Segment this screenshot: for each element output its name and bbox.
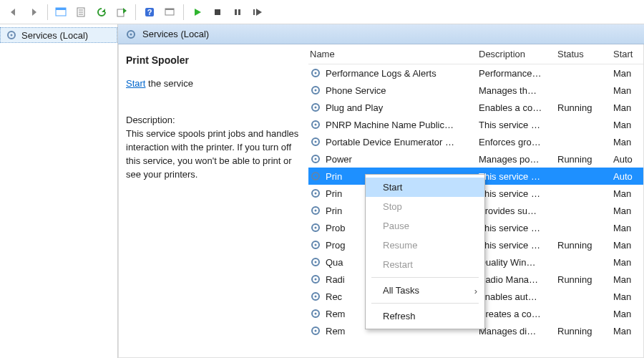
description-label: Description: <box>126 114 301 127</box>
service-name-text: Prin <box>326 205 342 216</box>
cell-startup: Man <box>613 205 643 216</box>
forward-button[interactable] <box>24 3 43 21</box>
cell-description: Manages di… <box>479 326 557 337</box>
cell-description: This service … <box>479 120 557 130</box>
play-button[interactable] <box>188 3 207 21</box>
svg-point-30 <box>315 158 317 160</box>
service-detail: Print Spooler Start the service Descript… <box>119 44 308 357</box>
svg-point-22 <box>315 90 317 92</box>
cell-status: Running <box>557 240 613 251</box>
cell-startup: Man <box>613 274 643 285</box>
service-name-text: Phone Service <box>326 85 386 96</box>
nav-tree: Services (Local) <box>0 24 118 358</box>
cell-description: Provides su… <box>479 205 557 216</box>
svg-rect-10 <box>165 9 174 10</box>
cell-description: Creates a co… <box>479 309 557 319</box>
svg-rect-12 <box>235 9 237 15</box>
cell-startup: Auto <box>613 171 643 182</box>
cell-description: Enables a co… <box>479 102 557 113</box>
svg-point-28 <box>315 141 317 143</box>
service-name-text: PNRP Machine Name Public… <box>326 120 454 130</box>
table-row[interactable]: PowerManages po…RunningAuto <box>308 150 643 168</box>
cell-status: Running <box>557 102 613 113</box>
col-startup[interactable]: Start <box>613 49 643 59</box>
cell-startup: Man <box>613 257 643 268</box>
svg-point-16 <box>11 34 13 37</box>
svg-point-42 <box>315 261 317 263</box>
context-menu-item[interactable]: Start <box>366 178 484 197</box>
export-button[interactable] <box>112 3 131 21</box>
cell-description: This service … <box>479 188 557 199</box>
service-name-text: Rem <box>326 326 345 337</box>
help-button[interactable]: ? <box>140 3 159 21</box>
service-name-text: Prob <box>326 223 345 233</box>
cell-startup: Man <box>613 326 643 337</box>
service-name-text: Prog <box>326 240 345 251</box>
pane-header: Services (Local) <box>118 24 644 44</box>
svg-point-44 <box>315 279 317 281</box>
svg-point-36 <box>315 210 317 212</box>
cell-startup: Man <box>613 120 643 130</box>
cell-name: Performance Logs & Alerts <box>308 67 479 79</box>
tree-item-services-local[interactable]: Services (Local) <box>0 27 117 43</box>
svg-point-48 <box>315 313 317 315</box>
col-name[interactable]: Name <box>308 49 479 59</box>
svg-text:?: ? <box>147 8 152 16</box>
svg-point-50 <box>315 330 317 332</box>
cell-startup: Man <box>613 137 643 147</box>
context-menu-item[interactable]: Refresh <box>366 306 484 326</box>
context-menu-item: Restart <box>366 255 484 274</box>
service-name: Print Spooler <box>126 53 301 67</box>
properties-button[interactable] <box>72 3 91 21</box>
step-button[interactable] <box>248 3 267 21</box>
cell-description: This service … <box>479 171 557 182</box>
service-name-text: Power <box>326 154 352 165</box>
pane-title: Services (Local) <box>142 29 209 39</box>
cell-status: Running <box>557 274 613 285</box>
toolbar-separator <box>47 4 48 20</box>
col-description[interactable]: Description <box>479 49 557 59</box>
cell-description: Manages po… <box>479 154 557 165</box>
context-menu-separator <box>371 277 479 278</box>
stop-button[interactable] <box>208 3 227 21</box>
chevron-right-icon: › <box>474 285 477 296</box>
window-props-button[interactable] <box>52 3 71 21</box>
cell-name: Portable Device Enumerator … <box>308 136 479 147</box>
service-name-text: Performance Logs & Alerts <box>326 68 436 79</box>
service-name-text: Portable Device Enumerator … <box>326 137 454 147</box>
cell-status: Running <box>557 154 613 165</box>
table-row[interactable]: Plug and PlayEnables a co…RunningMan <box>308 99 643 116</box>
console-button[interactable] <box>160 3 179 21</box>
cell-startup: Man <box>613 68 643 79</box>
cell-status: Running <box>557 326 613 337</box>
svg-point-46 <box>315 296 317 298</box>
refresh-button[interactable] <box>92 3 111 21</box>
svg-point-38 <box>315 227 317 229</box>
svg-point-20 <box>315 72 317 74</box>
svg-rect-1 <box>56 8 66 10</box>
context-menu-separator <box>371 303 479 304</box>
back-button[interactable] <box>4 3 23 21</box>
table-row[interactable]: PNRP Machine Name Public…This service …M… <box>308 116 643 133</box>
cell-name: Power <box>308 153 479 165</box>
svg-rect-11 <box>215 9 220 15</box>
table-row[interactable]: Portable Device Enumerator …Enforces gro… <box>308 133 643 150</box>
svg-point-34 <box>315 193 317 195</box>
pause-button[interactable] <box>228 3 247 21</box>
service-name-text: Rem <box>326 309 345 319</box>
svg-point-24 <box>315 107 317 109</box>
table-row[interactable]: Performance Logs & AlertsPerformance…Man <box>308 64 643 82</box>
column-headers: Name Description Status Start <box>308 44 643 64</box>
cell-description: Quality Win… <box>479 257 557 268</box>
table-row[interactable]: Phone ServiceManages th…Man <box>308 82 643 99</box>
col-status[interactable]: Status <box>557 49 613 59</box>
svg-point-32 <box>315 175 317 178</box>
start-service-link[interactable]: Start <box>126 78 145 89</box>
service-name-text: Plug and Play <box>326 102 383 113</box>
context-menu-item[interactable]: All Tasks› <box>366 281 484 300</box>
cell-description: Radio Mana… <box>479 274 557 285</box>
toolbar-separator <box>135 4 136 20</box>
svg-rect-14 <box>253 9 255 15</box>
service-name-text: Rec <box>326 291 342 302</box>
cell-startup: Man <box>613 102 643 113</box>
